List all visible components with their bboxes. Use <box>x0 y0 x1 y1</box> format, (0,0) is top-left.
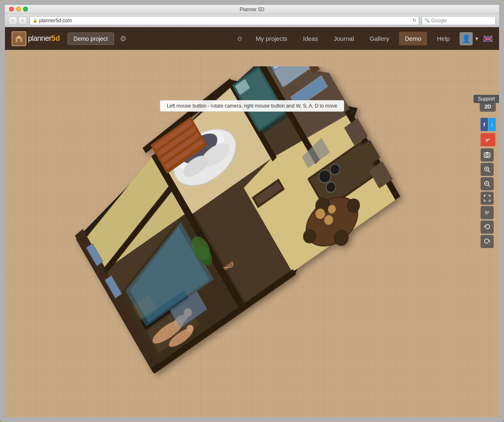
nav-my-projects[interactable]: My projects <box>250 32 293 45</box>
nav-demo[interactable]: Demo <box>399 32 427 45</box>
browser-toolbar: ‹ › 🔒 planner5d.com ↻ 🔍 Google <box>5 14 499 27</box>
nav-help[interactable]: Help <box>431 32 455 45</box>
gplus-row: g+ <box>481 133 496 146</box>
nav-status-dot <box>238 37 242 41</box>
svg-rect-2 <box>18 39 20 42</box>
svg-line-16 <box>488 171 490 172</box>
fullscreen-button[interactable] <box>481 192 494 205</box>
units-button[interactable]: ft² <box>481 206 494 219</box>
address-icon: 🔒 <box>33 18 37 23</box>
gplus-button[interactable]: g+ <box>481 133 495 146</box>
user-menu[interactable]: 👤 ▼ <box>460 32 479 45</box>
settings-button[interactable]: ⚙ <box>118 33 128 45</box>
social-buttons: f t <box>481 118 496 131</box>
app-navbar: planner 5d Demo project ⚙ My projects Id… <box>5 27 499 50</box>
browser-title: Planner 5D <box>240 7 264 12</box>
floorplan-svg <box>63 66 433 404</box>
facebook-button[interactable]: f <box>481 118 488 131</box>
maximize-button[interactable] <box>23 7 28 12</box>
project-name[interactable]: Demo project <box>68 33 114 45</box>
nav-gallery[interactable]: Gallery <box>364 32 395 45</box>
address-bar[interactable]: 🔒 planner5d.com ↻ <box>30 16 419 25</box>
svg-rect-14 <box>486 152 488 153</box>
logo: planner 5d <box>12 31 60 46</box>
nav-ideas[interactable]: Ideas <box>297 32 324 45</box>
language-flag[interactable] <box>483 36 492 42</box>
minimize-button[interactable] <box>16 7 21 12</box>
svg-line-20 <box>488 185 490 187</box>
close-button[interactable] <box>9 7 14 12</box>
btn-2d[interactable]: 2D <box>480 101 496 112</box>
screenshot-button[interactable] <box>481 148 494 162</box>
search-icon: 🔍 <box>425 18 429 23</box>
user-dropdown-icon: ▼ <box>474 36 479 42</box>
canvas-area[interactable]: Support Left mouse button - rotate camer… <box>5 50 499 417</box>
browser-window: Planner 5D ‹ › 🔒 planner5d.com ↻ 🔍 Googl… <box>0 0 504 422</box>
back-button[interactable]: ‹ <box>8 16 17 25</box>
logo-text: planner 5d <box>28 34 60 43</box>
redo-button[interactable] <box>481 235 494 248</box>
nav-buttons: ‹ › <box>8 16 27 25</box>
svg-marker-1 <box>16 35 22 38</box>
tooltip-bar: Left mouse button - rotate camera, right… <box>160 100 344 112</box>
logo-planner: planner <box>28 34 51 43</box>
tooltip-text: Left mouse button - rotate camera, right… <box>167 103 337 109</box>
refresh-icon: ↻ <box>413 18 416 23</box>
undo-button[interactable] <box>481 220 494 234</box>
search-bar[interactable]: 🔍 Google <box>422 16 496 25</box>
logo-icon <box>12 31 26 46</box>
search-text: Google <box>431 18 447 23</box>
window-controls <box>9 7 28 12</box>
svg-point-13 <box>486 154 488 157</box>
zoom-in-button[interactable] <box>481 163 494 176</box>
zoom-out-button[interactable] <box>481 177 494 190</box>
logo-5d: 5d <box>51 34 60 43</box>
forward-button[interactable]: › <box>18 16 27 25</box>
browser-titlebar: Planner 5D <box>5 5 499 14</box>
user-avatar: 👤 <box>460 32 473 45</box>
right-toolbar: f t g+ <box>481 118 496 248</box>
twitter-button[interactable]: t <box>488 118 496 131</box>
nav-journal[interactable]: Journal <box>328 32 360 45</box>
address-text: planner5d.com <box>39 18 411 23</box>
floorplan-3d[interactable] <box>63 66 433 404</box>
